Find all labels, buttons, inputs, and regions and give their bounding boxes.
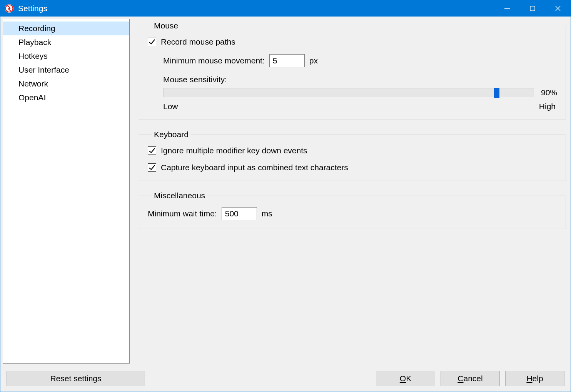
min-wait-input[interactable]: [222, 207, 257, 220]
group-misc: Miscellaneous Minimum wait time: ms: [139, 191, 566, 229]
minimize-button[interactable]: [494, 0, 520, 17]
titlebar: Settings: [0, 0, 571, 17]
sidebar-item-recording[interactable]: Recording: [3, 22, 129, 35]
min-wait-label: Minimum wait time:: [148, 209, 217, 218]
settings-content: Mouse Record mouse paths Minimum mouse m…: [139, 19, 568, 364]
sidebar-item-playback[interactable]: Playback: [3, 35, 129, 49]
group-mouse: Mouse Record mouse paths Minimum mouse m…: [139, 21, 566, 120]
min-mouse-move-row: Minimum mouse movement: px: [163, 54, 557, 67]
sidebar-item-hotkeys[interactable]: Hotkeys: [3, 49, 129, 63]
reset-settings-button[interactable]: Reset settings: [7, 371, 145, 386]
sidebar-item-label: User Interface: [18, 65, 69, 74]
ignore-modifier-label: Ignore multiple modifier key down events: [161, 146, 307, 155]
record-mouse-paths-row: Record mouse paths: [148, 37, 557, 47]
mouse-sensitivity-high: High: [539, 102, 556, 111]
mouse-sensitivity-slider[interactable]: [163, 88, 534, 97]
combined-text-label: Capture keyboard input as combined text …: [161, 163, 348, 172]
footer: Reset settings OK Cancel Help: [0, 366, 571, 392]
combined-text-checkbox[interactable]: [148, 163, 156, 172]
sidebar-item-openai[interactable]: OpenAI: [3, 91, 129, 105]
mouse-sensitivity-block: Mouse sensitivity: 90% Low High: [163, 75, 557, 111]
mouse-sensitivity-value: 90%: [541, 88, 557, 97]
sidebar-item-network[interactable]: Network: [3, 77, 129, 91]
combined-text-row: Capture keyboard input as combined text …: [148, 163, 557, 172]
record-mouse-paths-label: Record mouse paths: [161, 37, 235, 47]
close-button[interactable]: [545, 0, 571, 17]
group-keyboard: Keyboard Ignore multiple modifier key do…: [139, 130, 566, 181]
reset-settings-label: Reset settings: [50, 374, 101, 383]
mouse-sensitivity-label: Mouse sensitivity:: [163, 75, 557, 84]
min-wait-row: Minimum wait time: ms: [148, 207, 557, 220]
group-misc-legend: Miscellaneous: [152, 191, 207, 200]
sidebar-item-label: Recording: [18, 24, 55, 33]
mouse-sensitivity-low: Low: [163, 102, 178, 111]
min-mouse-move-label: Minimum mouse movement:: [163, 56, 265, 65]
sidebar-item-label: Hotkeys: [18, 51, 48, 60]
help-button[interactable]: Help: [505, 371, 564, 386]
ok-button[interactable]: OK: [376, 371, 435, 386]
settings-sidebar: Recording Playback Hotkeys User Interfac…: [3, 19, 130, 364]
record-mouse-paths-checkbox[interactable]: [148, 38, 156, 46]
cancel-button[interactable]: Cancel: [441, 371, 500, 386]
min-mouse-move-input[interactable]: [269, 54, 305, 67]
sidebar-item-user-interface[interactable]: User Interface: [3, 63, 129, 77]
group-mouse-legend: Mouse: [152, 21, 180, 30]
min-wait-unit: ms: [262, 209, 272, 218]
min-mouse-move-unit: px: [309, 56, 318, 65]
ignore-modifier-row: Ignore multiple modifier key down events: [148, 146, 557, 155]
sidebar-item-label: Network: [18, 79, 48, 88]
sidebar-item-label: OpenAI: [18, 93, 46, 102]
mouse-sensitivity-thumb[interactable]: [494, 88, 499, 98]
body: Recording Playback Hotkeys User Interfac…: [0, 17, 571, 366]
sidebar-item-label: Playback: [18, 38, 51, 47]
window-title: Settings: [18, 4, 47, 13]
ignore-modifier-checkbox[interactable]: [148, 146, 156, 155]
maximize-button[interactable]: [520, 0, 545, 17]
svg-rect-3: [530, 6, 535, 11]
group-keyboard-legend: Keyboard: [152, 130, 191, 139]
settings-window: Settings Recording Playback Hotkeys User…: [0, 0, 571, 392]
app-icon: [4, 3, 14, 13]
